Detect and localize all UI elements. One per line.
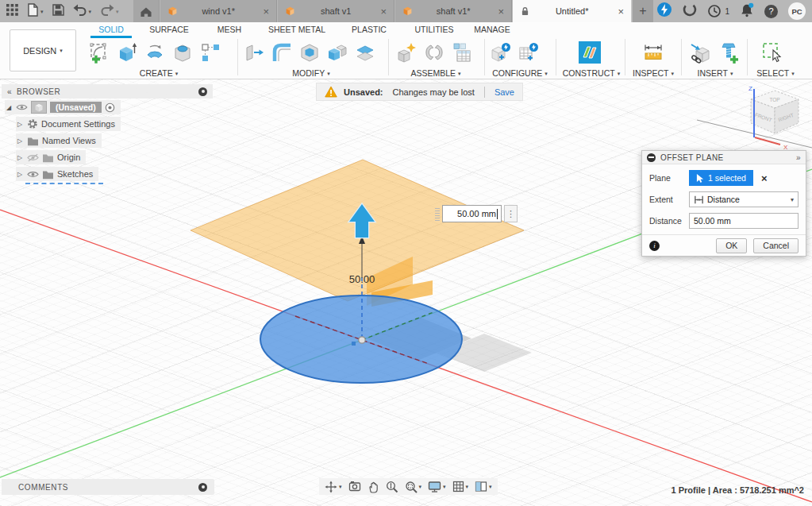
pattern-button[interactable] xyxy=(197,39,223,66)
new-component-button[interactable] xyxy=(393,39,419,66)
modify-group-menu[interactable]: MODIFY▾ xyxy=(292,68,329,78)
doc-tab-shaft-v1[interactable]: shaft v1 × xyxy=(278,0,394,22)
shell-button[interactable] xyxy=(296,39,322,66)
select-group-menu[interactable]: SELECT▾ xyxy=(756,68,794,78)
display-settings-button[interactable]: ▾ xyxy=(428,481,446,493)
combine-button[interactable] xyxy=(324,39,350,66)
file-menu-button[interactable]: ▾ xyxy=(27,3,44,20)
ok-button[interactable]: OK xyxy=(716,238,747,253)
activate-radio-icon[interactable] xyxy=(105,102,115,113)
browser-header[interactable]: « BROWSER xyxy=(2,84,213,98)
look-at-button[interactable] xyxy=(348,481,361,492)
extension-manager-icon[interactable] xyxy=(683,2,697,20)
insert-group-menu[interactable]: INSERT▾ xyxy=(698,68,733,78)
close-tab-icon[interactable]: × xyxy=(380,6,387,17)
hole-button[interactable] xyxy=(169,39,195,66)
viewports-button[interactable]: ▾ xyxy=(475,481,492,492)
clear-selection-icon[interactable]: × xyxy=(761,173,768,183)
save-link[interactable]: Save xyxy=(495,87,514,97)
select-button[interactable] xyxy=(759,39,785,66)
offset-face-button[interactable] xyxy=(352,39,378,66)
orbit-button[interactable]: ▾ xyxy=(325,481,342,493)
visibility-off-eye-icon[interactable] xyxy=(27,153,39,162)
panel-options-icon[interactable] xyxy=(198,87,207,96)
construct-group-menu[interactable]: CONSTRUCT▾ xyxy=(563,68,620,78)
collapsed-arrow-icon[interactable]: ▷ xyxy=(16,137,24,145)
close-tab-icon[interactable]: × xyxy=(263,6,269,17)
construct-offset-plane-button-active[interactable] xyxy=(576,39,602,66)
zoom-button[interactable] xyxy=(386,481,398,493)
tab-solid[interactable]: SOLID xyxy=(98,25,124,34)
create-group-menu[interactable]: CREATE▾ xyxy=(140,68,178,78)
close-tab-icon[interactable]: × xyxy=(498,6,504,17)
dialog-collapse-icon[interactable] xyxy=(647,153,656,162)
save-button[interactable] xyxy=(52,4,64,19)
new-tab-button[interactable]: + xyxy=(633,0,653,22)
insert-fastener-button[interactable] xyxy=(715,39,741,66)
pan-button[interactable] xyxy=(368,481,379,493)
tab-manage[interactable]: MANAGE xyxy=(474,25,510,34)
dimension-grip-icon[interactable] xyxy=(435,207,440,221)
fit-zoom-button[interactable]: ▾ xyxy=(405,481,422,493)
doc-tab-shaft-v1-2[interactable]: shaft v1* × xyxy=(395,0,512,22)
insert-derive-button[interactable] xyxy=(687,39,714,66)
collapsed-arrow-icon[interactable]: ▷ xyxy=(16,121,24,128)
browser-row-origin[interactable]: ▷ Origin xyxy=(2,149,213,165)
dimension-options-handle[interactable]: ⋮ xyxy=(504,205,518,222)
visibility-eye-icon[interactable] xyxy=(16,103,28,111)
browser-row-sketches[interactable]: ▷ Sketches xyxy=(2,166,213,182)
dialog-overflow-icon[interactable]: » xyxy=(796,153,801,162)
comments-options-icon[interactable] xyxy=(198,483,207,492)
extrude-button[interactable] xyxy=(114,39,140,66)
extent-dropdown[interactable]: Distance ▾ xyxy=(689,191,799,207)
notifications-bell-icon[interactable] xyxy=(740,2,754,21)
press-pull-button[interactable] xyxy=(241,39,267,66)
distance-input[interactable]: 50.00 mm xyxy=(689,213,799,229)
browser-row-document-settings[interactable]: ▷ Document Settings xyxy=(2,116,213,132)
root-component-icon xyxy=(31,101,47,114)
undo-button[interactable]: ▾ xyxy=(73,4,92,19)
tab-sheet-metal[interactable]: SHEET METAL xyxy=(268,25,325,34)
user-avatar[interactable]: PC xyxy=(788,2,806,20)
expanded-arrow-icon[interactable]: ◢ xyxy=(5,104,13,111)
collapse-panel-icon[interactable]: « xyxy=(7,87,12,96)
dialog-header[interactable]: OFFSET PLANE » xyxy=(642,151,806,164)
comments-panel[interactable]: COMMENTS xyxy=(2,479,214,495)
tab-utilities[interactable]: UTILITIES xyxy=(414,25,453,34)
browser-row-named-views[interactable]: ▷ Named Views xyxy=(2,133,213,149)
app-grid-icon[interactable] xyxy=(6,4,18,19)
home-tab[interactable] xyxy=(133,0,160,22)
fillet-button[interactable] xyxy=(268,39,294,66)
revolve-button[interactable] xyxy=(141,39,167,66)
tab-mesh[interactable]: MESH xyxy=(217,25,241,34)
history-button[interactable]: 1 xyxy=(707,4,729,18)
doc-tab-untitled-active[interactable]: Untitled* × xyxy=(513,0,632,22)
workspace-switcher-design[interactable]: DESIGN ▾ xyxy=(10,29,76,71)
root-document-name[interactable]: (Unsaved) xyxy=(50,102,102,113)
bodies-to-components-button[interactable] xyxy=(448,39,475,66)
close-tab-icon[interactable]: × xyxy=(618,6,624,17)
redo-button[interactable]: ▾ xyxy=(100,4,119,19)
plane-selection-chip[interactable]: 1 selected xyxy=(689,170,753,186)
configure-group-menu[interactable]: CONFIGURE▾ xyxy=(492,68,548,78)
dimension-value-input[interactable]: 50.00 mm xyxy=(442,205,502,222)
collapsed-arrow-icon[interactable]: ▷ xyxy=(16,171,24,178)
visibility-eye-icon[interactable] xyxy=(27,170,39,179)
collapsed-arrow-icon[interactable]: ▷ xyxy=(16,154,24,161)
configure-design-button[interactable] xyxy=(487,39,514,66)
measure-button[interactable] xyxy=(640,39,666,66)
configure-table-button[interactable] xyxy=(515,39,541,66)
joint-button[interactable] xyxy=(421,39,447,66)
browser-root-row[interactable]: ◢ (Unsaved) xyxy=(2,99,213,115)
tab-plastic[interactable]: PLASTIC xyxy=(352,25,387,34)
info-icon[interactable]: i xyxy=(649,241,660,251)
inspect-group-menu[interactable]: INSPECT▾ xyxy=(633,68,674,78)
cancel-button[interactable]: Cancel xyxy=(753,238,799,253)
assemble-group-menu[interactable]: ASSEMBLE▾ xyxy=(410,68,460,78)
create-sketch-button[interactable] xyxy=(86,39,112,66)
grid-snap-button[interactable]: ▾ xyxy=(452,481,469,492)
help-button[interactable]: ? xyxy=(764,5,778,18)
tab-surface[interactable]: SURFACE xyxy=(149,25,189,34)
job-status-icon[interactable] xyxy=(656,2,672,21)
doc-tab-wind-v1[interactable]: wind v1* × xyxy=(160,0,277,22)
